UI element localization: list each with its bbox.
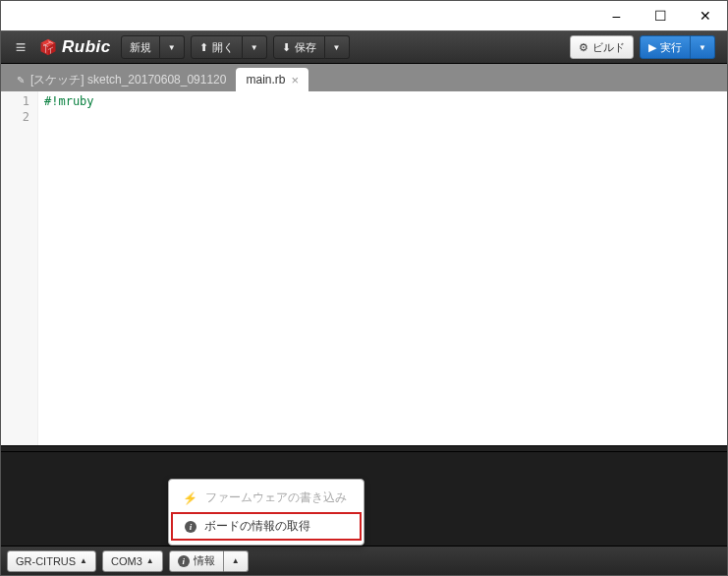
run-button[interactable]: ▶実行 [640,35,691,59]
app-name: Rubic [62,37,111,57]
line-gutter: 1 2 [1,91,38,445]
save-dropdown-button[interactable]: ▼ [325,35,350,59]
caret-up-icon: ▲ [232,556,240,565]
info-icon: i [178,555,190,567]
new-button[interactable]: 新規 [121,35,160,59]
upload-icon: ⬆ [199,41,208,54]
new-dropdown-button[interactable]: ▼ [160,35,185,59]
caret-down-icon: ▼ [168,43,176,52]
pencil-icon: ✎ [17,75,25,86]
menu-item-firmware-write: ⚡ ファームウェアの書き込み [169,484,364,512]
bolt-icon: ⚡ [183,491,197,505]
window-minimize-button[interactable]: – [594,1,639,30]
port-select-button[interactable]: COM3▲ [102,550,163,572]
build-button[interactable]: ⚙ビルド [570,35,634,59]
tab-bar: ✎ [スケッチ] sketch_20170608_091120 main.rb … [1,64,727,91]
info-icon: i [185,521,196,533]
line-number: 1 [3,93,29,109]
window-maximize-button[interactable]: ☐ [639,1,683,30]
status-bar: GR-CITRUS▲ COM3▲ i情報 ▲ [1,546,727,575]
line-number: 2 [3,109,29,125]
caret-down-icon: ▼ [333,43,341,52]
code-area[interactable]: #!mruby [38,91,727,445]
play-icon: ▶ [648,41,656,54]
tab-label: main.rb [246,73,285,86]
gear-icon: ⚙ [579,41,588,54]
window-titlebar: – ☐ ✕ [1,1,727,30]
tab-close-icon[interactable]: × [291,73,299,87]
save-button[interactable]: ⬇保存 [273,35,325,59]
window-close-button[interactable]: ✕ [683,1,727,30]
code-line: #!mruby [44,93,721,109]
menu-item-board-info[interactable]: i ボードの情報の取得 [171,512,362,541]
caret-down-icon: ▼ [251,43,258,52]
open-dropdown-button[interactable]: ▼ [243,35,267,59]
download-icon: ⬇ [282,41,291,54]
caret-up-icon: ▲ [146,556,154,565]
main-toolbar: ≡ Rubic 新規 ▼ ⬆開く ▼ ⬇保存 ▼ ⚙ビルド ▶実行 ▼ [1,30,727,64]
tab-sketch[interactable]: ✎ [スケッチ] sketch_20170608_091120 [7,68,236,91]
run-dropdown-button[interactable]: ▼ [691,35,715,59]
code-editor[interactable]: 1 2 #!mruby [1,91,727,445]
console-panel: ⚡ ファームウェアの書き込み i ボードの情報の取得 [1,452,727,546]
info-dropdown-button[interactable]: ▲ [224,550,249,572]
open-button[interactable]: ⬆開く [191,35,243,59]
info-button[interactable]: i情報 [169,550,224,572]
hamburger-menu-button[interactable]: ≡ [7,34,34,60]
console-separator[interactable] [1,445,727,452]
info-popup-menu: ⚡ ファームウェアの書き込み i ボードの情報の取得 [168,479,364,546]
caret-up-icon: ▲ [80,556,87,565]
caret-down-icon: ▼ [699,43,706,52]
app-logo: Rubic [38,37,111,57]
tab-main[interactable]: main.rb × [236,68,308,91]
tab-label: [スケッチ] sketch_20170608_091120 [30,72,226,88]
board-select-button[interactable]: GR-CITRUS▲ [7,550,96,572]
rubic-cube-icon [38,37,58,57]
